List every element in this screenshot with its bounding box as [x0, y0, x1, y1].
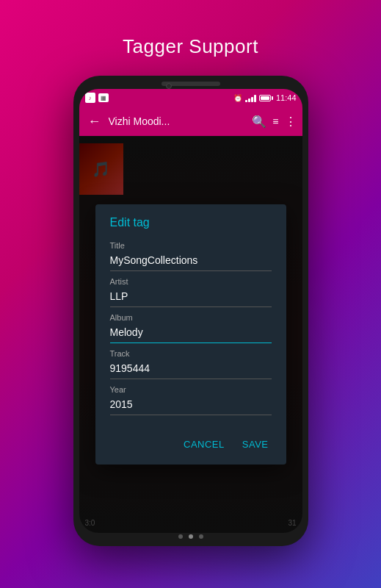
phone-screen: ♪ ▦ ⏰ 11:44 ← Vizhi Moodi [79, 89, 302, 533]
battery-icon [259, 95, 273, 101]
equalizer-icon[interactable]: ≡ [272, 115, 278, 127]
search-icon[interactable]: 🔍 [252, 115, 266, 129]
status-time: 11:44 [276, 93, 297, 102]
app-toolbar: ← Vizhi Moodi... 🔍 ≡ ⋮ [79, 107, 302, 136]
artist-field-label: Artist [110, 277, 272, 286]
signal-icon [245, 93, 256, 102]
dialog-title: Edit tag [110, 216, 272, 229]
track-field-label: Track [110, 349, 272, 358]
music-notification-icon: ♪ [85, 93, 95, 103]
title-input[interactable] [110, 253, 272, 271]
page-title: Tagger Support [123, 35, 258, 58]
dialog-actions: CANCEL SAVE [110, 430, 272, 456]
alarm-icon: ⏰ [233, 94, 242, 102]
album-field-label: Album [110, 313, 272, 322]
artist-input[interactable] [110, 289, 272, 307]
year-field-label: Year [110, 385, 272, 394]
phone-shell: ♪ ▦ ⏰ 11:44 ← Vizhi Moodi [73, 76, 308, 546]
year-input[interactable] [110, 397, 272, 415]
status-bar: ♪ ▦ ⏰ 11:44 [79, 89, 302, 107]
edit-tag-dialog: Edit tag Title Artist Album Track Year [95, 204, 286, 465]
more-options-icon[interactable]: ⋮ [285, 115, 297, 129]
title-field-label: Title [110, 241, 272, 250]
photo-notification-icon: ▦ [98, 93, 109, 102]
modal-overlay: Edit tag Title Artist Album Track Year [79, 136, 302, 533]
back-button[interactable]: ← [85, 111, 104, 132]
save-button[interactable]: SAVE [239, 433, 272, 456]
toolbar-title: Vizhi Moodi... [109, 115, 248, 127]
album-input[interactable] [110, 325, 272, 343]
app-content: 🎵 3:0 31 Edit tag Title Artist Album [79, 136, 302, 533]
cancel-button[interactable]: CANCEL [181, 433, 228, 456]
track-input[interactable] [110, 361, 272, 379]
